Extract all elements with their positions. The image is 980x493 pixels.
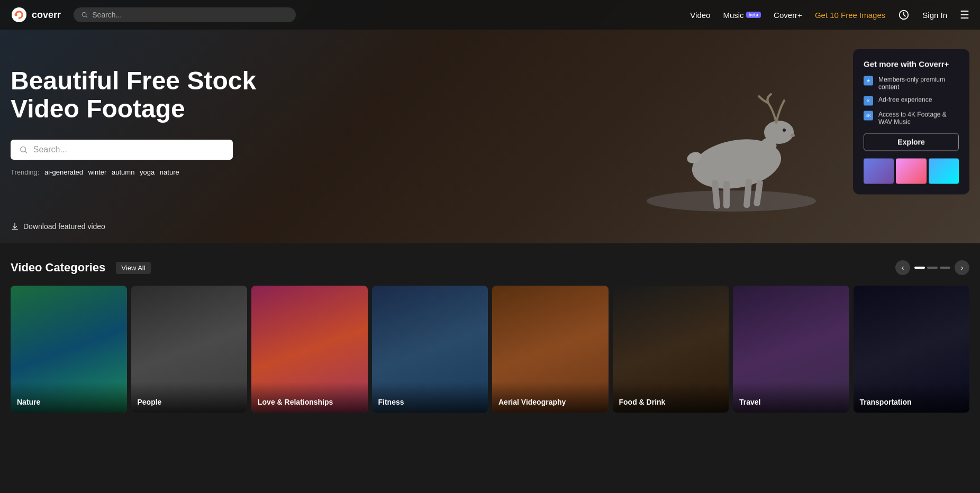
category-label-7: Transportation <box>854 382 970 413</box>
carousel-dot-1 <box>927 267 938 269</box>
preview-thumb-3 <box>929 159 959 184</box>
nav-hamburger-button[interactable]: ☰ <box>960 8 969 21</box>
nav-video-link[interactable]: Video <box>690 11 710 20</box>
download-icon <box>11 222 19 231</box>
star-icon: ★ <box>864 76 873 86</box>
nav-search-input[interactable] <box>92 11 288 19</box>
carousel-dot-0 <box>914 267 925 269</box>
nav-clock-icon-button[interactable] <box>898 9 910 21</box>
panel-feature-2: 4K Access to 4K Footage & WAV Music <box>864 111 959 126</box>
category-label-0: Nature <box>11 382 127 413</box>
nav-search-bar[interactable] <box>74 7 296 22</box>
hd-icon: 4K <box>864 111 873 121</box>
trending-section: Trending: ai-generated winter autumn yog… <box>11 168 275 176</box>
category-card-5[interactable]: Food & Drink <box>613 286 729 413</box>
logo[interactable]: coverr <box>11 6 61 23</box>
category-label-6: Travel <box>733 382 849 413</box>
hero-search-bar[interactable] <box>11 140 233 160</box>
category-label-1: People <box>131 382 248 413</box>
hero-search-icon <box>19 145 28 154</box>
panel-feature-1: ✕ Ad-free experience <box>864 96 959 106</box>
panel-feature-label-1: Ad-free experience <box>878 96 932 104</box>
nav-signin-link[interactable]: Sign In <box>922 11 947 20</box>
category-card-1[interactable]: People <box>131 286 248 413</box>
nav-search-icon <box>81 11 88 19</box>
ad-free-icon: ✕ <box>864 96 873 106</box>
download-featured-button[interactable]: Download featured video <box>11 222 105 231</box>
categories-section: Video Categories View All ‹ › Nature Peo… <box>0 243 980 423</box>
explore-button[interactable]: Explore <box>864 133 959 151</box>
panel-feature-0: ★ Members-only premium content <box>864 76 959 91</box>
category-label-5: Food & Drink <box>613 382 729 413</box>
music-beta-badge: beta <box>746 12 761 18</box>
category-card-2[interactable]: Love & Relationships <box>251 286 368 413</box>
carousel-dots <box>914 267 950 269</box>
coverr-plus-panel: Get more with Coverr+ ★ Members-only pre… <box>853 49 969 195</box>
carousel-dot-2 <box>940 267 950 269</box>
hero-search-input[interactable] <box>33 145 224 154</box>
navbar: coverr Video Music beta Coverr+ Get 10 F… <box>0 0 980 30</box>
trending-tag-2[interactable]: autumn <box>112 168 134 176</box>
panel-feature-label-0: Members-only premium content <box>878 76 959 91</box>
category-card-0[interactable]: Nature <box>11 286 127 413</box>
trending-label: Trending: <box>11 168 39 176</box>
nav-music-label: Music <box>723 11 743 20</box>
category-card-4[interactable]: Aerial Videography <box>492 286 609 413</box>
svg-line-17 <box>25 151 27 153</box>
carousel-next-button[interactable]: › <box>955 260 969 275</box>
category-label-2: Love & Relationships <box>251 382 368 413</box>
hero-title: Beautiful Free Stock Video Footage <box>11 67 275 123</box>
svg-point-0 <box>12 7 26 22</box>
nav-links: Video Music beta Coverr+ Get 10 Free Ima… <box>690 8 969 21</box>
hero-content: Beautiful Free Stock Video Footage Trend… <box>0 67 275 177</box>
trending-tag-4[interactable]: nature <box>160 168 179 176</box>
preview-thumb-1 <box>864 159 894 184</box>
category-card-7[interactable]: Transportation <box>854 286 970 413</box>
carousel-prev-button[interactable]: ‹ <box>895 260 910 275</box>
nav-music-link[interactable]: Music beta <box>723 11 761 20</box>
panel-title: Get more with Coverr+ <box>864 60 959 69</box>
category-label-4: Aerial Videography <box>492 382 609 413</box>
hero-section: Beautiful Free Stock Video Footage Trend… <box>0 0 980 243</box>
trending-tag-1[interactable]: winter <box>88 168 107 176</box>
download-btn-label: Download featured video <box>23 222 105 231</box>
categories-header: Video Categories View All ‹ › <box>11 260 969 275</box>
category-card-6[interactable]: Travel <box>733 286 849 413</box>
panel-preview <box>864 159 959 184</box>
category-card-3[interactable]: Fitness <box>372 286 488 413</box>
panel-feature-label-2: Access to 4K Footage & WAV Music <box>878 111 959 126</box>
nav-free-images-link[interactable]: Get 10 Free Images <box>815 11 885 20</box>
trending-tag-0[interactable]: ai-generated <box>44 168 83 176</box>
svg-line-3 <box>86 16 87 17</box>
category-label-3: Fitness <box>372 382 488 413</box>
svg-point-1 <box>15 14 17 16</box>
trending-tag-3[interactable]: yoga <box>140 168 155 176</box>
categories-title: Video Categories <box>11 261 105 275</box>
nav-coverr-plus-link[interactable]: Coverr+ <box>774 11 802 20</box>
preview-thumb-2 <box>896 159 926 184</box>
view-all-button[interactable]: View All <box>116 262 150 274</box>
logo-text: coverr <box>32 10 61 21</box>
categories-grid: Nature People Love & Relationships Fitne… <box>11 286 969 413</box>
carousel-controls: ‹ › <box>895 260 969 275</box>
